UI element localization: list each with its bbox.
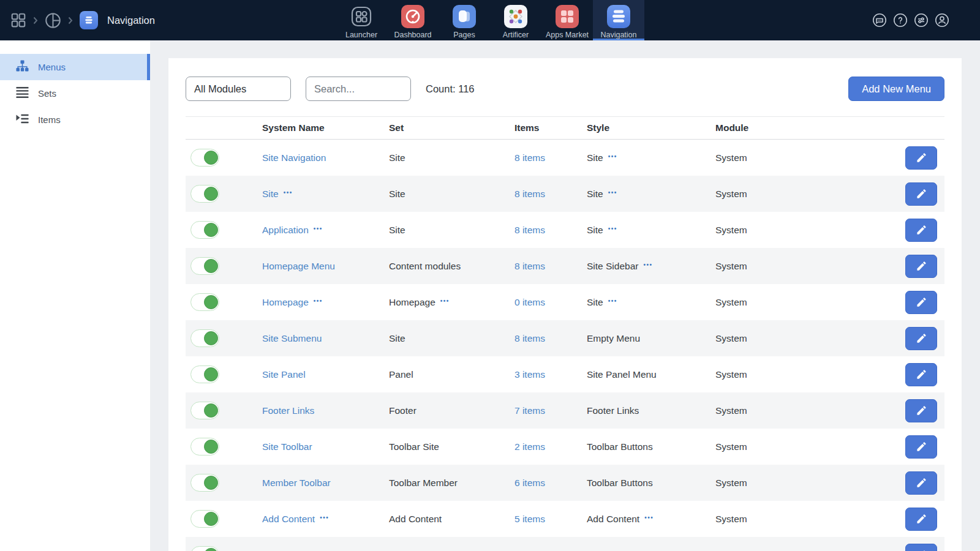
- module-value: System: [715, 152, 747, 163]
- truncation-dots-icon[interactable]: •••: [608, 153, 617, 160]
- enabled-toggle[interactable]: [190, 365, 219, 383]
- items-count-link[interactable]: 8 items: [514, 261, 545, 272]
- edit-button[interactable]: [905, 146, 937, 170]
- truncation-dots-icon[interactable]: •••: [643, 261, 652, 268]
- sitemap-icon: [16, 60, 29, 74]
- menu-name-link[interactable]: Add Content: [262, 514, 315, 525]
- edit-button[interactable]: [905, 435, 937, 459]
- navigation-app-icon[interactable]: [80, 11, 98, 29]
- items-count-link[interactable]: 7 items: [514, 405, 545, 416]
- edit-button[interactable]: [905, 182, 937, 206]
- edit-button[interactable]: [905, 327, 937, 350]
- preferences-icon[interactable]: [914, 13, 929, 28]
- enabled-toggle[interactable]: [190, 329, 219, 347]
- truncation-dots-icon[interactable]: •••: [314, 298, 323, 304]
- table-row: Application ••• Site 8 items Site ••• Sy…: [186, 212, 944, 248]
- truncation-dots-icon[interactable]: •••: [320, 514, 329, 521]
- sidebar-item-items[interactable]: Items: [0, 107, 150, 133]
- menu-name-link[interactable]: Site Panel: [262, 369, 306, 380]
- items-count-link[interactable]: 8 items: [514, 152, 545, 163]
- tab-artificer[interactable]: Artificer: [490, 0, 541, 40]
- style-value: Site: [587, 152, 603, 163]
- items-count-link[interactable]: 3 items: [514, 369, 545, 380]
- menu-name-link[interactable]: Footer Links: [262, 405, 314, 416]
- set-value: Site: [389, 333, 405, 344]
- launcher-icon: [350, 5, 373, 28]
- edit-button[interactable]: [905, 544, 937, 551]
- breadcrumb-current: Navigation: [107, 15, 155, 26]
- menu-name-link[interactable]: Homepage Menu: [262, 261, 335, 272]
- help-icon[interactable]: [893, 13, 908, 28]
- edit-button[interactable]: [905, 255, 937, 278]
- pencil-icon: [916, 369, 927, 380]
- truncation-dots-icon[interactable]: •••: [284, 189, 293, 196]
- menu-name-link[interactable]: Site Navigation: [262, 152, 326, 163]
- sidebar-item-label: Sets: [38, 88, 56, 99]
- tab-dashboard[interactable]: Dashboard: [387, 0, 439, 40]
- items-count-link[interactable]: 6 items: [514, 478, 545, 489]
- enabled-toggle[interactable]: [190, 185, 219, 203]
- artificer-icon: [504, 5, 527, 28]
- pencil-icon: [916, 296, 927, 308]
- menu-name-link[interactable]: Application: [262, 225, 309, 236]
- truncation-dots-icon[interactable]: •••: [440, 298, 450, 304]
- tab-pages[interactable]: Pages: [439, 0, 490, 40]
- edit-button[interactable]: [905, 291, 937, 314]
- truncation-dots-icon[interactable]: •••: [608, 189, 617, 196]
- add-new-menu-button[interactable]: Add New Menu: [848, 77, 944, 101]
- enabled-toggle[interactable]: [190, 221, 219, 239]
- module-filter-select[interactable]: All Modules: [186, 77, 291, 101]
- toggle-knob: [204, 187, 218, 201]
- edit-button[interactable]: [905, 471, 937, 495]
- tab-launcher[interactable]: Launcher: [336, 0, 387, 40]
- truncation-dots-icon[interactable]: •••: [644, 514, 654, 521]
- edit-button[interactable]: [905, 508, 937, 531]
- truncation-dots-icon[interactable]: •••: [608, 225, 617, 232]
- sidebar-item-sets[interactable]: Sets: [0, 80, 150, 107]
- enabled-toggle[interactable]: [190, 474, 219, 492]
- module-value: System: [715, 189, 747, 200]
- chat-icon[interactable]: [872, 13, 887, 28]
- module-value: System: [715, 261, 747, 272]
- header-style: Style: [587, 122, 715, 133]
- sidebar-item-menus[interactable]: Menus: [0, 54, 150, 80]
- chevron-right-icon: [68, 17, 73, 24]
- set-value: Site: [389, 225, 405, 236]
- items-count-link[interactable]: 8 items: [514, 225, 545, 236]
- menu-name-link[interactable]: Site Submenu: [262, 333, 322, 344]
- menu-name-link[interactable]: Homepage: [262, 297, 309, 308]
- menu-name-link[interactable]: Site: [262, 189, 279, 200]
- toggle-knob: [204, 367, 218, 381]
- edit-button[interactable]: [905, 399, 937, 422]
- module-value: System: [715, 225, 747, 236]
- grid-icon[interactable]: [10, 12, 26, 28]
- truncation-dots-icon[interactable]: •••: [314, 225, 323, 232]
- edit-button[interactable]: [905, 363, 937, 386]
- enabled-toggle[interactable]: [190, 149, 219, 167]
- items-count-link[interactable]: 8 items: [514, 189, 545, 200]
- table-header-row: System Name Set Items Style Module: [186, 116, 944, 140]
- table-row: Site Navigation Site 8 items Site ••• Sy…: [186, 140, 944, 176]
- truncation-dots-icon[interactable]: •••: [608, 298, 617, 304]
- enabled-toggle[interactable]: [190, 546, 219, 551]
- account-icon[interactable]: [935, 13, 949, 28]
- menu-name-link[interactable]: Site Toolbar: [262, 441, 312, 452]
- search-input[interactable]: [306, 77, 411, 101]
- breadcrumb: Navigation: [0, 11, 155, 29]
- tab-navigation[interactable]: Navigation: [593, 0, 644, 40]
- items-count-link[interactable]: 0 items: [514, 297, 545, 308]
- tab-apps-market[interactable]: Apps Market: [541, 0, 593, 40]
- product-icon[interactable]: [45, 12, 61, 29]
- items-count-link[interactable]: 2 items: [514, 441, 545, 452]
- menu-name-link[interactable]: Member Toolbar: [262, 478, 331, 489]
- enabled-toggle[interactable]: [190, 257, 219, 275]
- edit-button[interactable]: [905, 219, 937, 242]
- items-count-link[interactable]: 8 items: [514, 333, 545, 344]
- table-body: Site Navigation Site 8 items Site ••• Sy…: [186, 140, 944, 551]
- module-value: System: [715, 441, 747, 452]
- enabled-toggle[interactable]: [190, 438, 219, 455]
- items-count-link[interactable]: 5 items: [514, 514, 545, 525]
- enabled-toggle[interactable]: [190, 402, 219, 419]
- enabled-toggle[interactable]: [190, 510, 219, 528]
- enabled-toggle[interactable]: [190, 293, 219, 311]
